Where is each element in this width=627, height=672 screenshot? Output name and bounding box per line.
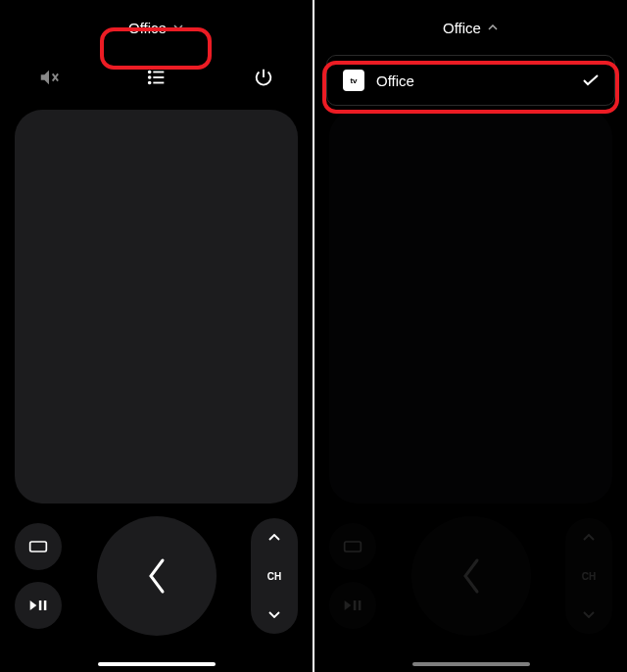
- remote-screen-expanded: Office: [314, 0, 627, 672]
- tv-button[interactable]: [15, 523, 62, 570]
- header: Office: [0, 0, 313, 55]
- chevron-down-icon: [172, 22, 184, 33]
- device-name: Office: [128, 20, 167, 36]
- apple-tv-icon: tv: [343, 70, 364, 91]
- device-selector[interactable]: Office: [115, 12, 198, 44]
- list-icon[interactable]: [137, 58, 176, 97]
- svg-rect-7: [39, 600, 42, 610]
- device-option[interactable]: tv Office: [327, 56, 614, 105]
- svg-point-2: [148, 76, 150, 78]
- power-icon[interactable]: [244, 58, 283, 97]
- channel-down-button[interactable]: [268, 609, 280, 620]
- device-option-label: Office: [376, 72, 414, 89]
- back-button[interactable]: [97, 516, 217, 636]
- channel-up-button[interactable]: [268, 532, 280, 543]
- chevron-up-icon: [487, 22, 499, 33]
- svg-point-0: [148, 72, 150, 73]
- trackpad[interactable]: [15, 110, 298, 504]
- bottom-controls: CH: [0, 507, 313, 645]
- device-dropdown: tv Office: [326, 55, 615, 106]
- header: Office: [314, 0, 627, 55]
- modal-overlay[interactable]: [314, 55, 627, 672]
- remote-screen-collapsed: Office: [0, 0, 313, 672]
- device-name: Office: [443, 20, 481, 36]
- mute-icon[interactable]: [29, 58, 69, 97]
- play-pause-button[interactable]: [15, 582, 62, 629]
- svg-point-4: [148, 82, 150, 84]
- left-button-column: [15, 523, 62, 629]
- channel-label: CH: [267, 571, 281, 582]
- svg-rect-8: [44, 600, 47, 610]
- home-indicator[interactable]: [98, 662, 216, 666]
- device-selector[interactable]: Office: [429, 12, 512, 44]
- svg-rect-6: [30, 542, 47, 552]
- channel-rocker: CH: [251, 518, 298, 634]
- checkmark-icon: [583, 72, 599, 89]
- toolbar: [0, 55, 313, 100]
